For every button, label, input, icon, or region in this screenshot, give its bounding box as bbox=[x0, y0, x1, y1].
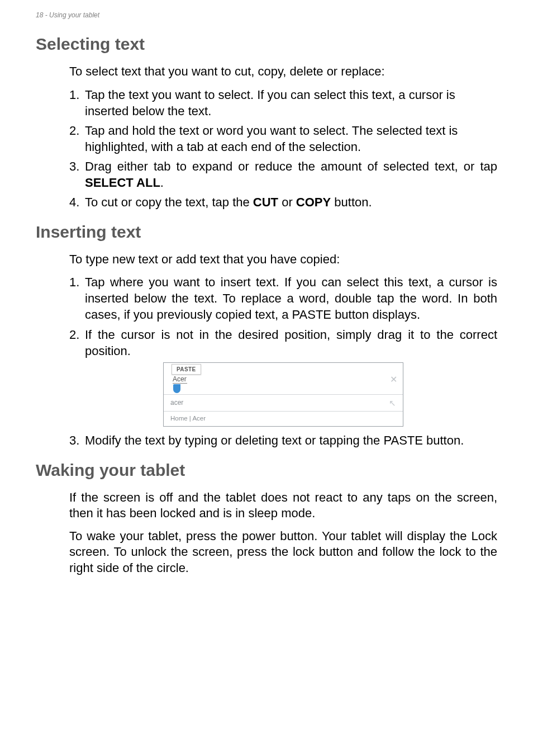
paste-figure-wrap: PASTE Acer ✕ acer ↖ Home | Acer bbox=[69, 362, 497, 427]
inserting-body: To type new text or add text that you ha… bbox=[36, 252, 497, 448]
step3-bold: SELECT ALL bbox=[85, 176, 160, 190]
inserting-steps-cont: Modify the text by typing or deleting te… bbox=[69, 432, 497, 448]
document-page: 18 - Using your tablet Selecting text To… bbox=[0, 0, 533, 606]
heading-waking-tablet: Waking your tablet bbox=[36, 461, 497, 480]
step4-mid: or bbox=[278, 195, 296, 209]
text-cursor-handle[interactable] bbox=[173, 384, 180, 393]
step4-bold2: COPY bbox=[296, 195, 331, 209]
step3-text-b: . bbox=[160, 176, 164, 190]
heading-inserting-text: Inserting text bbox=[36, 223, 497, 242]
inserting-step-1: Tap where you want to insert text. If yo… bbox=[69, 274, 497, 323]
selecting-step-3: Drag either tab to expand or reduce the … bbox=[69, 158, 497, 191]
arrow-nw-icon[interactable]: ↖ bbox=[389, 399, 396, 407]
selecting-steps: Tap the text you want to select. If you … bbox=[69, 87, 497, 210]
waking-body: If the screen is off and the tablet does… bbox=[36, 490, 497, 577]
selecting-step-2: Tap and hold the text or word you want t… bbox=[69, 122, 497, 155]
inserting-intro: To type new text or add text that you ha… bbox=[69, 252, 497, 268]
typed-text[interactable]: Acer bbox=[173, 375, 187, 384]
suggestion-2-text: Home | Acer bbox=[170, 415, 206, 422]
paste-figure: PASTE Acer ✕ acer ↖ Home | Acer bbox=[163, 362, 403, 427]
step4-bold1: CUT bbox=[253, 195, 278, 209]
paste-button[interactable]: PASTE bbox=[172, 364, 201, 375]
inserting-step-2: If the cursor is not in the desired posi… bbox=[69, 327, 497, 359]
selecting-intro: To select text that you want to cut, cop… bbox=[69, 64, 497, 80]
suggestion-row-2[interactable]: Home | Acer bbox=[164, 412, 403, 426]
waking-p1: If the screen is off and the tablet does… bbox=[69, 490, 497, 522]
close-icon[interactable]: ✕ bbox=[390, 375, 397, 384]
selecting-body: To select text that you want to cut, cop… bbox=[36, 64, 497, 210]
suggestion-1-text: acer bbox=[170, 399, 183, 407]
selecting-step-4: To cut or copy the text, tap the CUT or … bbox=[69, 194, 497, 210]
inserting-step-3: Modify the text by typing or deleting te… bbox=[69, 432, 497, 448]
suggestion-row-1[interactable]: acer ↖ bbox=[164, 395, 403, 411]
running-header: 18 - Using your tablet bbox=[36, 11, 497, 19]
waking-p2: To wake your tablet, press the power but… bbox=[69, 528, 497, 577]
step4-text-a: To cut or copy the text, tap the bbox=[85, 195, 253, 209]
figure-input-area: PASTE Acer ✕ bbox=[164, 363, 403, 394]
inserting-steps: Tap where you want to insert text. If yo… bbox=[69, 274, 497, 358]
step3-text-a: Drag either tab to expand or reduce the … bbox=[85, 159, 497, 173]
heading-selecting-text: Selecting text bbox=[36, 35, 497, 54]
selecting-step-1: Tap the text you want to select. If you … bbox=[69, 87, 497, 119]
step4-text-b: button. bbox=[331, 195, 372, 209]
